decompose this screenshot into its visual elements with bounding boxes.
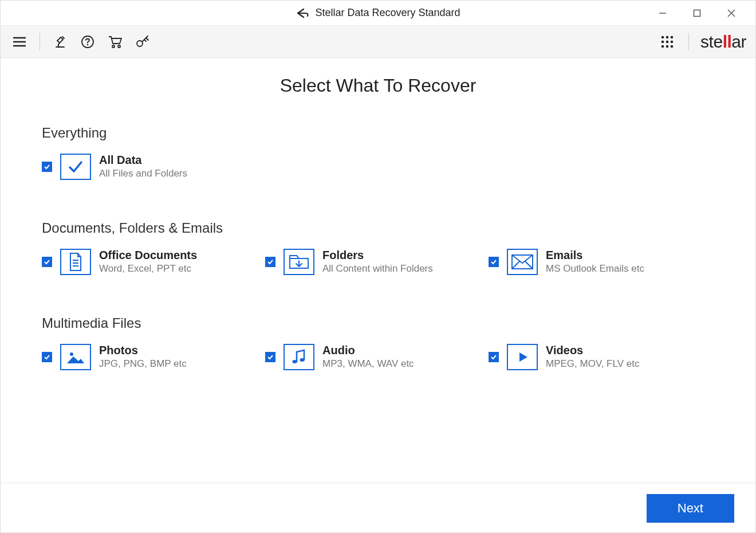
svg-point-18 xyxy=(662,45,664,48)
option-folders[interactable]: Folders All Content within Folders xyxy=(265,249,489,275)
svg-point-19 xyxy=(666,45,669,48)
section-everything: Everything All Data All Files and Folder… xyxy=(42,125,714,180)
svg-point-10 xyxy=(118,45,120,48)
titlebar: Stellar Data Recovery Standard xyxy=(1,1,755,26)
svg-point-17 xyxy=(671,40,674,43)
section-title-multimedia: Multimedia Files xyxy=(42,315,714,331)
option-title: Photos xyxy=(99,344,187,357)
option-photos[interactable]: Photos JPG, PNG, BMP etc xyxy=(42,344,265,370)
checkbox-all-data[interactable] xyxy=(42,162,52,172)
cart-icon[interactable] xyxy=(105,32,125,52)
divider xyxy=(40,33,40,50)
checkbox-emails[interactable] xyxy=(489,257,499,267)
section-title-everything: Everything xyxy=(42,125,714,141)
option-subtitle: MP3, WMA, WAV etc xyxy=(322,358,414,370)
checkbox-photos[interactable] xyxy=(42,352,52,362)
option-title: Audio xyxy=(322,344,414,357)
option-title: Office Documents xyxy=(99,249,197,262)
close-button[interactable] xyxy=(721,3,742,23)
key-icon[interactable] xyxy=(133,32,152,52)
svg-point-15 xyxy=(662,40,664,43)
checkbox-audio[interactable] xyxy=(265,352,275,362)
svg-point-25 xyxy=(70,352,73,356)
brand-logo: stellar xyxy=(700,32,746,52)
video-icon xyxy=(507,344,538,370)
brand-mid: ll xyxy=(723,32,732,51)
svg-point-16 xyxy=(666,40,669,43)
option-all-data[interactable]: All Data All Files and Folders xyxy=(42,154,265,180)
content: Select What To Recover Everything All Da… xyxy=(1,58,755,482)
next-button[interactable]: Next xyxy=(647,494,734,523)
option-office-documents[interactable]: Office Documents Word, Excel, PPT etc xyxy=(42,249,265,275)
checkbox-office[interactable] xyxy=(42,257,52,267)
svg-point-12 xyxy=(662,36,664,38)
maximize-button[interactable] xyxy=(687,3,707,23)
option-subtitle: MS Outlook Emails etc xyxy=(546,263,644,275)
option-subtitle: All Content within Folders xyxy=(322,263,433,275)
menu-icon[interactable] xyxy=(10,32,29,52)
option-title: Emails xyxy=(546,249,644,262)
svg-point-13 xyxy=(666,36,669,38)
apps-grid-icon[interactable] xyxy=(657,32,677,52)
audio-icon xyxy=(284,344,314,370)
section-multimedia: Multimedia Files Photos JPG, PNG, BMP et… xyxy=(42,315,714,370)
svg-point-27 xyxy=(300,358,305,362)
option-videos[interactable]: Videos MPEG, MOV, FLV etc xyxy=(489,344,712,370)
option-subtitle: All Files and Folders xyxy=(99,168,187,179)
option-emails[interactable]: Emails MS Outlook Emails etc xyxy=(489,249,712,275)
microscope-icon[interactable] xyxy=(50,32,70,52)
brand-post: ar xyxy=(731,32,746,51)
checkbox-folders[interactable] xyxy=(265,257,275,267)
email-icon xyxy=(507,249,538,275)
folder-icon xyxy=(284,249,314,275)
footer: Next xyxy=(0,483,756,533)
page-title: Select What To Recover xyxy=(42,75,714,96)
section-title-documents: Documents, Folders & Emails xyxy=(42,220,714,236)
checkbox-videos[interactable] xyxy=(489,352,499,362)
option-subtitle: Word, Excel, PPT etc xyxy=(99,263,197,275)
option-title: Folders xyxy=(322,249,433,262)
svg-rect-1 xyxy=(694,10,700,16)
svg-point-8 xyxy=(87,44,88,45)
photo-icon xyxy=(60,344,91,370)
svg-point-9 xyxy=(112,45,115,48)
all-data-icon xyxy=(60,154,91,180)
option-subtitle: JPG, PNG, BMP etc xyxy=(99,358,187,370)
toolbar: stellar xyxy=(1,26,755,58)
svg-point-26 xyxy=(293,360,297,363)
option-subtitle: MPEG, MOV, FLV etc xyxy=(546,358,639,370)
svg-point-20 xyxy=(671,45,674,48)
option-title: All Data xyxy=(99,154,187,167)
brand-pre: ste xyxy=(700,32,723,51)
svg-point-14 xyxy=(671,36,674,38)
window-title: Stellar Data Recovery Standard xyxy=(315,7,460,19)
back-icon[interactable] xyxy=(296,7,309,19)
section-documents: Documents, Folders & Emails Office Docum… xyxy=(42,220,714,275)
minimize-button[interactable] xyxy=(652,3,673,23)
divider xyxy=(688,33,689,50)
option-title: Videos xyxy=(546,344,639,357)
document-icon xyxy=(60,249,91,275)
help-icon[interactable] xyxy=(78,32,97,52)
option-audio[interactable]: Audio MP3, WMA, WAV etc xyxy=(265,344,489,370)
